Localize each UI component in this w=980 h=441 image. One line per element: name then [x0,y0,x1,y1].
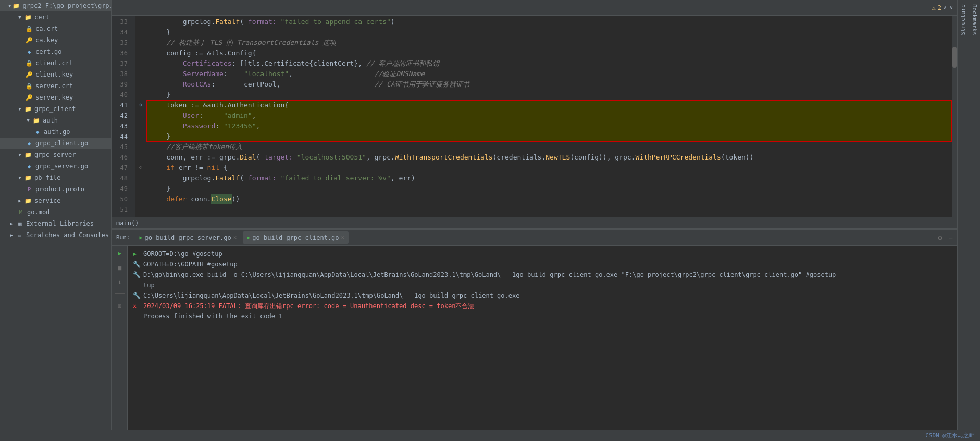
run-tabs: Run: ▶ go build grpc_server.go × ▶ go bu… [112,230,957,246]
sidebar-item-product-proto[interactable]: P product.proto [0,183,111,195]
scroll-end-button[interactable]: ⬇ [114,277,126,288]
expand-arrow-grpc-server: ▼ [17,152,23,158]
expand-arrow-scratches: ▶ [8,232,15,238]
gutter-42 [135,109,146,120]
close-tab-client[interactable]: × [341,234,345,241]
sidebar-label-ext-libs: External Libraries [26,220,94,227]
sidebar-item-grpc-client-go[interactable]: ◆ grpc_client.go [0,138,111,149]
settings-icon[interactable]: ⚙ [938,234,942,242]
console-output[interactable]: ▶ GOROOT=D:\go #gosetup 🔧 GOPATH=D:\GOPA… [128,246,957,430]
code-line-44: } [146,131,952,142]
sidebar-label-scratches: Scratches and Consoles [26,231,109,239]
ln-48: 48 [112,173,131,183]
file-icon-go-mod: M [17,208,25,216]
gutter-49 [135,182,146,193]
code-wrapper[interactable]: grpclog.Fatalf( format: "failed to appen… [146,16,957,217]
stop-button[interactable]: ■ [114,262,126,274]
file-icon-ca-key: 🔑 [25,36,33,44]
sidebar-item-ca-crt[interactable]: 🔒 ca.crt [0,23,111,34]
wrench-icon-2: 🔧 [133,259,140,270]
sidebar-item-auth[interactable]: ▼ 📁 auth [0,115,111,126]
gutter-37 [135,57,146,68]
code-editor: 33 34 35 36 37 38 39 40 41 42 43 44 45 4… [112,16,957,217]
sidebar-item-ca-key[interactable]: 🔑 ca.key [0,34,111,46]
run-tab-server[interactable]: ▶ go build grpc_server.go × [135,231,241,244]
ln-37: 37 [112,58,131,69]
file-icon-grpc-client-go: ◆ [25,139,33,148]
code-line-50: defer conn.Close() [146,194,952,204]
highlighted-block: token := &auth.Authentication{ User: "ad… [146,100,952,142]
sidebar-item-grpc-server-go[interactable]: ◆ grpc_server.go [0,161,111,172]
sidebar-item-server-key[interactable]: 🔑 server.key [0,92,111,103]
minimize-icon[interactable]: − [949,234,953,242]
sidebar-item-grpc-client[interactable]: ▼ 📁 grpc_client [0,103,111,115]
file-icon-client-key: 🔑 [25,70,33,79]
close-tab-server[interactable]: × [233,234,237,241]
expand-arrow-ext-libs: ▶ [8,220,15,227]
file-icon-server-key: 🔑 [25,93,33,102]
sidebar-label-go-mod: go.mod [27,209,49,216]
gutter-46 [135,151,146,162]
ln-43: 43 [112,121,131,131]
sidebar-item-ext-libs[interactable]: ▶ ▦ External Libraries [0,218,111,229]
code-line-40: } [146,90,952,100]
sidebar-label-server-crt: server.crt [35,82,73,90]
breadcrumb-bar: main() [112,217,957,229]
code-line-36: config := &tls.Config{ [146,48,952,58]
console-line-4: 🔧 C:\Users\lijiangquan\AppData\Local\Jet… [133,290,952,301]
clear-button[interactable]: 🗑 [114,299,126,311]
run-tab-server-label: go build grpc_server.go [145,234,231,241]
editor-topbar: ⚠ 2 ∧ ∨ [112,0,957,16]
sidebar-item-cert[interactable]: ▼ 📁 cert [0,11,111,23]
code-line-34: } [146,27,952,38]
structure-label[interactable]: Structure [960,0,966,40]
ln-47: 47 [112,163,131,173]
code-line-51 [146,204,952,215]
gutter-41: ◇ [135,99,146,109]
rerun-button[interactable]: ▶ [114,248,126,259]
console-line-1: ▶ GOROOT=D:\go #gosetup [133,249,952,259]
code-line-35: // 构建基于 TLS 的 TransportCredentials 选项 [146,38,952,48]
run-tab-client[interactable]: ▶ go build grpc_client.go × [243,231,349,244]
sidebar-item-grpc2[interactable]: ▼ 📁 grpc2 F:\go project\grp... [0,0,111,11]
sidebar-item-client-key[interactable]: 🔑 client.key [0,69,111,80]
gutter-39 [135,78,146,89]
sidebar-label-cert-go: cert.go [35,48,62,55]
sidebar-label-client-key: client.key [35,71,73,78]
warning-badge: ⚠ 2 ∧ ∨ [932,4,953,11]
code-line-45: //客户端携带token传入 [146,142,952,152]
bookmarks-label[interactable]: Bookmarks [971,0,978,40]
scrollbar-thumb[interactable] [952,47,957,68]
sidebar-label-grpc-client: grpc_client [34,105,76,113]
sidebar-item-client-crt[interactable]: 🔒 client.crt [0,57,111,69]
gutter-43 [135,120,146,130]
file-icon-grpc-server-go: ◆ [25,162,33,170]
ln-46: 46 [112,152,131,163]
code-content[interactable]: grpclog.Fatalf( format: "failed to appen… [146,16,952,217]
sidebar-item-pb-file[interactable]: ▼ 📁 pb_file [0,172,111,183]
sidebar-label-ca-crt: ca.crt [35,25,58,32]
sidebar-item-go-mod[interactable]: M go.mod [0,206,111,218]
sidebar-item-auth-go[interactable]: ◆ auth.go [0,126,111,138]
file-tree-sidebar: ▼ 📁 grpc2 F:\go project\grp... ▼ 📁 cert … [0,0,112,430]
sidebar-item-server-crt[interactable]: 🔒 server.crt [0,80,111,92]
expand-arrow-cert: ▼ [17,14,23,20]
sidebar-label-auth: auth [43,117,58,124]
structure-panel: Structure [957,0,969,430]
editor-scrollbar[interactable] [952,16,957,217]
code-line-42: User: "admin", [146,111,952,121]
run-icon-client: ▶ [247,235,250,240]
editor-area: ⚠ 2 ∧ ∨ 33 34 35 36 37 38 39 40 41 [112,0,957,430]
file-icon-server-crt: 🔒 [25,82,33,90]
code-line-38: ServerName: "localhost", //验证DNSName [146,69,952,79]
expand-arrow-grpc2: ▼ [8,3,11,9]
sidebar-item-grpc-server[interactable]: ▼ 📁 grpc_server [0,149,111,161]
breadcrumb-main: main() [116,219,139,227]
sidebar-item-cert-go[interactable]: ◆ cert.go [0,46,111,57]
ln-35: 35 [112,38,131,48]
sidebar-item-service[interactable]: ▶ 📁 service [0,195,111,206]
ln-49: 49 [112,183,131,194]
folder-icon-auth: 📁 [32,116,41,125]
sidebar-item-scratches[interactable]: ▶ ✏ Scratches and Consoles [0,229,111,241]
gutter: ◇ ◇ [135,16,146,217]
